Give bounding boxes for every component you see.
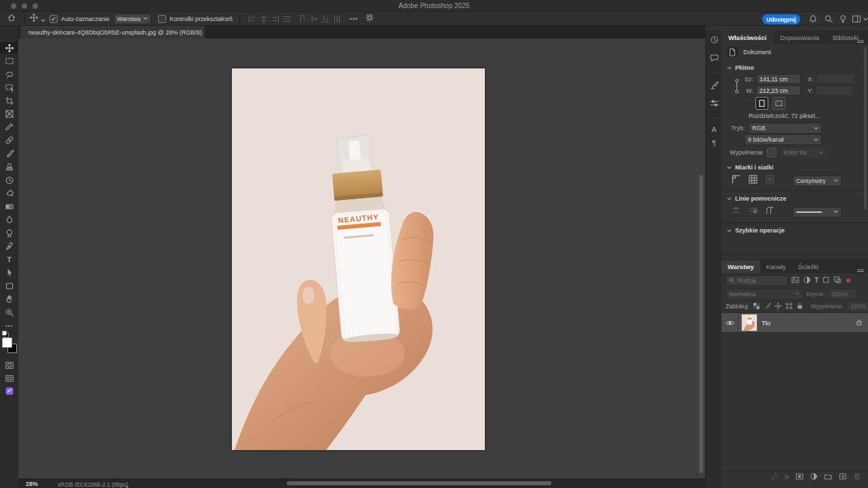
layer-row[interactable]: Tło (722, 312, 868, 333)
bit-depth-dropdown[interactable]: 8 bitów/kanał (745, 134, 822, 145)
layer-filter-input[interactable] (736, 277, 780, 285)
portrait-orientation-button[interactable] (755, 97, 768, 110)
move-tool-preset-icon[interactable] (29, 13, 39, 25)
foreground-color-swatch[interactable] (2, 338, 12, 348)
lock-artboard-icon[interactable] (785, 300, 793, 312)
properties-scrollbar-thumb[interactable] (864, 47, 867, 209)
status-options-chevron-icon[interactable] (125, 481, 129, 488)
zoom-tool[interactable] (0, 306, 18, 318)
align-middle-icon[interactable] (309, 14, 320, 23)
notifications-bell-icon[interactable] (808, 14, 818, 26)
tab-sciezki[interactable]: Ścieżki (792, 260, 825, 273)
eraser-tool[interactable] (0, 188, 18, 199)
new-layer-icon[interactable] (839, 471, 847, 483)
type-tool[interactable]: T (0, 253, 18, 265)
paragraph-panel-icon[interactable]: ¶ (712, 139, 716, 147)
share-button[interactable]: Udostępnij (762, 14, 800, 24)
distribute-horizontal-icon[interactable] (281, 14, 293, 23)
character-panel-icon[interactable]: A (711, 125, 716, 134)
guides-section-header[interactable]: Linie pomocnicze (727, 195, 787, 202)
ruler-units-dropdown[interactable]: Centymetry (793, 176, 842, 186)
canvas-photo[interactable]: NEAUTHY (232, 68, 485, 450)
tab-kanaly[interactable]: Kanały (760, 260, 792, 273)
tab-wlasciwosci[interactable]: Właściwości (722, 30, 774, 44)
align-left-icon[interactable] (247, 14, 258, 23)
rulers-section-header[interactable]: Miarki i siatki (727, 164, 774, 171)
search-icon[interactable] (824, 14, 833, 26)
rectangular-marquee-tool[interactable] (0, 56, 18, 67)
edit-toolbar-icon[interactable]: ••• (0, 320, 18, 331)
workspace-switcher-icon[interactable] (852, 14, 868, 24)
layer-name[interactable]: Tło (762, 319, 856, 327)
layer-visibility-eye-icon[interactable] (722, 313, 738, 332)
preset-chevron-icon[interactable] (41, 13, 45, 25)
canvas-section-header[interactable]: Płótno (722, 60, 868, 74)
screen-mode-button[interactable] (0, 372, 18, 384)
lock-pixels-icon[interactable] (764, 300, 771, 312)
landscape-orientation-button[interactable] (772, 97, 785, 110)
filter-pixel-layers-icon[interactable] (791, 274, 800, 287)
distribute-vertical-icon[interactable] (332, 14, 343, 23)
horizontal-scrollbar-thumb[interactable] (287, 481, 551, 485)
notes-panel-icon[interactable] (709, 53, 719, 66)
more-options-icon[interactable]: ••• (350, 16, 358, 22)
filter-shape-layers-icon[interactable] (822, 274, 830, 287)
pen-tool[interactable] (0, 241, 18, 252)
creative-cloud-share-icon[interactable] (0, 385, 18, 396)
crop-tool[interactable] (0, 95, 18, 106)
smart-guides-icon[interactable] (748, 205, 758, 218)
filter-smart-objects-icon[interactable] (833, 274, 842, 287)
discover-lightbulb-icon[interactable] (838, 14, 848, 26)
dimensions-link-icon[interactable] (734, 78, 740, 97)
eyedropper-tool[interactable] (0, 121, 18, 133)
new-adjustment-layer-icon[interactable] (810, 471, 818, 483)
lock-all-icon[interactable] (796, 300, 804, 312)
rectangle-tool[interactable] (0, 280, 18, 291)
layers-panel-menu-icon[interactable] (857, 264, 864, 277)
quick-mask-mode-button[interactable] (0, 359, 18, 371)
filter-adjustment-layers-icon[interactable] (803, 274, 811, 287)
canvas-fill-swatch[interactable] (767, 148, 776, 157)
layers-empty-area[interactable] (722, 333, 868, 470)
align-right-icon[interactable] (270, 14, 281, 23)
layer-filter-search[interactable] (726, 275, 788, 286)
healing-brush-tool[interactable] (0, 135, 18, 146)
history-brush-tool[interactable] (0, 174, 18, 186)
height-field[interactable]: 212,23 cm (756, 85, 801, 96)
layer-lock-badge-icon[interactable] (856, 317, 863, 329)
brush-tool[interactable] (0, 148, 18, 159)
vertical-scrollbar-thumb[interactable] (699, 175, 703, 473)
workspace-settings-gear-icon[interactable] (365, 13, 374, 25)
history-panel-icon[interactable] (709, 35, 719, 47)
tab-dopasowania[interactable]: Dopasowania (774, 30, 827, 44)
color-mode-dropdown[interactable]: RGB (749, 123, 822, 134)
move-tool[interactable] (0, 42, 18, 54)
tab-warstwy[interactable]: Warstwy (722, 260, 760, 273)
filter-type-layers-icon[interactable]: T (814, 277, 818, 284)
blur-tool[interactable] (0, 214, 18, 226)
document-tab[interactable]: neauthy-skincare-4Q8DbqGbRbE-unsplash.jp… (20, 26, 205, 39)
width-field[interactable]: 141,11 cm (756, 74, 801, 84)
panel-menu-icon[interactable] (857, 35, 864, 47)
hand-tool[interactable] (0, 293, 18, 305)
add-layer-mask-icon[interactable] (795, 471, 804, 483)
align-bottom-icon[interactable] (320, 14, 332, 23)
gradient-tool[interactable] (0, 201, 18, 212)
adjustments-sliders-panel-icon[interactable] (709, 98, 719, 111)
zoom-level-field[interactable]: 28% (26, 481, 38, 487)
lasso-tool[interactable] (0, 68, 18, 80)
pixel-grid-toggle-icon[interactable] (765, 174, 775, 187)
lock-position-icon[interactable] (774, 300, 782, 312)
home-icon[interactable] (7, 13, 16, 25)
new-group-icon[interactable] (824, 471, 833, 483)
grid-toggle-icon[interactable] (748, 174, 758, 187)
object-selection-tool[interactable] (0, 82, 18, 94)
frame-tool[interactable] (0, 108, 18, 120)
auto-select-mode-dropdown[interactable]: Warstwa (114, 14, 152, 24)
clone-stamp-tool[interactable] (0, 161, 18, 173)
filter-enabled-toggle[interactable] (846, 279, 850, 283)
align-center-horizontal-icon[interactable] (258, 14, 270, 23)
new-guide-layout-icon[interactable] (765, 205, 775, 218)
quick-actions-section-header[interactable]: Szybkie operacje (727, 227, 785, 234)
auto-select-checkbox[interactable]: ✓ (50, 15, 58, 23)
